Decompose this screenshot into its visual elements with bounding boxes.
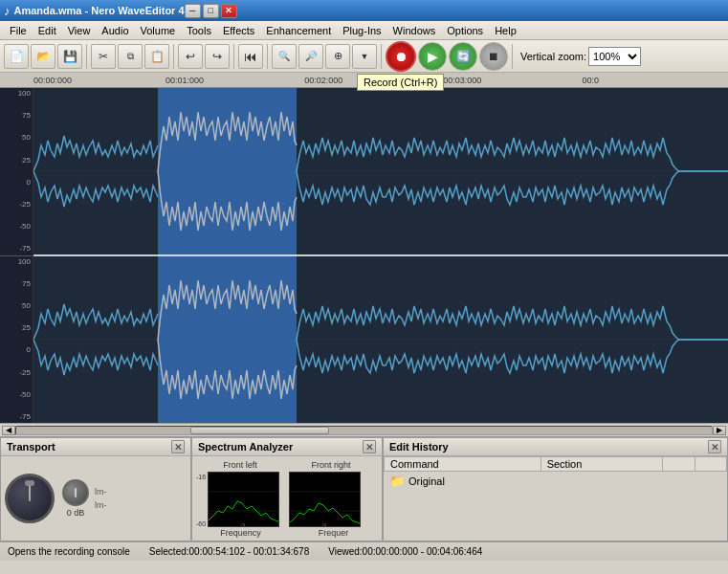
menu-options[interactable]: Options xyxy=(441,23,489,38)
history-col-extra2 xyxy=(695,457,726,472)
toolbar-sep-4 xyxy=(267,44,268,69)
menu-tools[interactable]: Tools xyxy=(181,23,217,38)
menu-volume[interactable]: Volume xyxy=(135,23,182,38)
spectrum-y-axis-left: -16 -60 xyxy=(196,472,206,527)
menu-enhancement[interactable]: Enhancement xyxy=(260,23,337,38)
maximize-button[interactable]: □ xyxy=(203,4,219,18)
history-col-section: Section xyxy=(540,457,663,472)
waveform-svg[interactable] xyxy=(33,88,728,423)
status-selected: Selected:00:00:54:102 - 00:01:34:678 xyxy=(149,546,309,557)
menu-file[interactable]: File xyxy=(4,23,33,38)
bottom-panels: Transport ✕ 0 dB lm- lm- xyxy=(0,436,728,541)
history-panel-header: Edit History ✕ xyxy=(384,438,727,456)
svg-text:0: 0 xyxy=(241,522,245,527)
scroll-thumb[interactable] xyxy=(190,427,329,434)
y-label-top-n75: -75 xyxy=(0,245,31,253)
timeline-mark-3: 00:03:000 xyxy=(443,76,481,85)
transport-panel-close[interactable]: ✕ xyxy=(171,440,185,453)
horizontal-scrollbar[interactable]: ◀ ▶ xyxy=(0,423,728,436)
loop-button[interactable]: 🔄 xyxy=(449,42,477,71)
status-viewed: Viewed:00:00:00:000 - 00:04:06:464 xyxy=(328,546,482,557)
toolbar-sep-5 xyxy=(381,44,382,69)
transport-extra-controls: lm- lm- xyxy=(95,487,107,510)
spectrum-panel-close[interactable]: ✕ xyxy=(363,440,376,453)
history-panel-content: Command Section 📁 Original xyxy=(384,456,727,541)
spectrum-panel-content: Front left Front right -16 -60 xyxy=(192,456,382,541)
play-button[interactable]: ▶ xyxy=(418,42,447,71)
menu-effects[interactable]: Effects xyxy=(217,23,260,38)
transport-dial[interactable] xyxy=(5,474,55,523)
menu-windows[interactable]: Windows xyxy=(387,23,442,38)
zoom-out-button[interactable]: 🔎 xyxy=(298,44,323,69)
zoom-in-button[interactable]: 🔍 xyxy=(272,44,297,69)
menu-audio[interactable]: Audio xyxy=(96,23,134,38)
close-button[interactable]: ✕ xyxy=(221,4,237,18)
scroll-track[interactable] xyxy=(15,426,713,435)
menu-view[interactable]: View xyxy=(62,23,97,38)
history-panel: Edit History ✕ Command Section 📁 Origina… xyxy=(383,437,728,541)
menu-help[interactable]: Help xyxy=(489,23,522,38)
y-label-top-100: 100 xyxy=(0,90,31,98)
y-label-top-25: 25 xyxy=(0,157,31,165)
status-message: Opens the recording console xyxy=(8,546,130,557)
new-button[interactable]: 📄 xyxy=(4,44,29,69)
history-original-row[interactable]: 📁 Original xyxy=(384,472,451,490)
zoom-dropdown-button[interactable]: ▼ xyxy=(352,44,377,69)
y-label-top-n25: -25 xyxy=(0,201,31,209)
history-col-extra1 xyxy=(663,457,695,472)
scroll-left-arrow[interactable]: ◀ xyxy=(2,426,15,435)
save-button[interactable]: 💾 xyxy=(57,44,82,69)
spectrum-right-graph: 0 Frequer xyxy=(289,472,378,538)
spectrum-right-label: Front right xyxy=(312,460,351,470)
skip-start-button[interactable]: ⏮ xyxy=(238,44,263,69)
history-col-command: Command xyxy=(385,457,541,472)
history-panel-title: Edit History xyxy=(389,441,449,453)
spectrum-svg-right: 0 xyxy=(289,472,361,527)
scroll-right-arrow[interactable]: ▶ xyxy=(713,426,726,435)
toolbar: 📄 📂 💾 ✂ ⧉ 📋 ↩ ↪ ⏮ 🔍 🔎 ⊕ ▼ ⏺ Record (Ctrl… xyxy=(0,40,728,73)
spectrum-panel-header: Spectrum Analyzer ✕ xyxy=(192,438,382,456)
svg-rect-5 xyxy=(158,255,297,423)
toolbar-sep-6 xyxy=(512,44,513,69)
timeline-mark-1: 00:01:000 xyxy=(165,76,204,85)
toolbar-sep-3 xyxy=(233,44,234,69)
volume-knob-area: 0 dB xyxy=(62,479,89,518)
y-label-bot-n25: -25 xyxy=(0,369,31,377)
y-label-bot-25: 25 xyxy=(0,324,31,332)
volume-knob[interactable] xyxy=(62,479,89,506)
menu-plugins[interactable]: Plug-Ins xyxy=(337,23,386,38)
timeline-mark-0: 00:00:000 xyxy=(33,76,72,85)
dial-pointer xyxy=(29,484,31,501)
timeline-ruler: 00:00:000 00:01:000 00:02:000 00:03:000 … xyxy=(0,73,728,88)
statusbar: Opens the recording console Selected:00:… xyxy=(0,541,728,561)
y-label-top-n50: -50 xyxy=(0,223,31,231)
y-label-minus60: -60 xyxy=(196,520,206,527)
paste-button[interactable]: 📋 xyxy=(144,44,169,69)
minimize-button[interactable]: ─ xyxy=(185,4,201,18)
history-panel-close[interactable]: ✕ xyxy=(708,440,721,453)
y-label-bot-75: 75 xyxy=(0,280,31,288)
record-button[interactable]: ⏺ xyxy=(386,41,416,72)
zoom-select[interactable]: 100% 25% 50% 75% 150% 200% xyxy=(588,47,641,66)
toolbar-sep-2 xyxy=(173,44,174,69)
y-label-bot-n50: -50 xyxy=(0,391,31,399)
stop-button[interactable]: ⏹ xyxy=(479,42,508,71)
waveform-area[interactable]: 100 75 50 25 0 -25 -50 -75 100 75 50 25 … xyxy=(0,88,728,423)
history-original-label: Original xyxy=(408,475,445,487)
spectrum-right-inner: 0 xyxy=(289,472,378,527)
y-label-bot-0: 0 xyxy=(0,346,31,354)
timeline-mark-4: 00:0 xyxy=(583,76,600,85)
spectrum-graphs-container: Front left Front right -16 -60 xyxy=(196,460,378,538)
undo-button[interactable]: ↩ xyxy=(178,44,203,69)
menu-edit[interactable]: Edit xyxy=(33,23,62,38)
cut-button[interactable]: ✂ xyxy=(91,44,116,69)
open-button[interactable]: 📂 xyxy=(31,44,55,69)
redo-button[interactable]: ↪ xyxy=(205,44,230,69)
app-icon: ♪ xyxy=(4,4,11,18)
freq-label-left: Frequency xyxy=(196,528,285,538)
freq-label-right: Frequer xyxy=(289,528,378,538)
zoom-sel-button[interactable]: ⊕ xyxy=(325,44,350,69)
spectrum-svg-left: 0 xyxy=(208,472,279,527)
copy-button[interactable]: ⧉ xyxy=(118,44,143,69)
zoom-label: Vertical zoom: xyxy=(520,51,586,62)
